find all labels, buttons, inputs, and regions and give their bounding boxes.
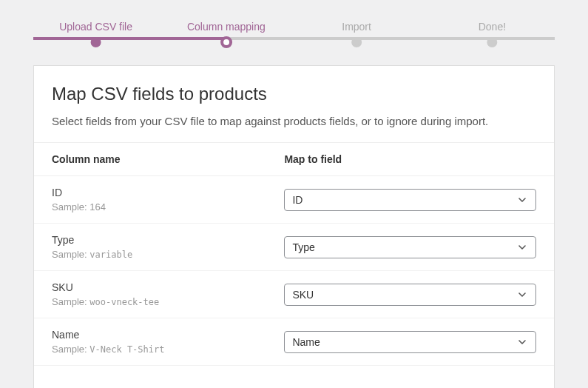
chevron-down-icon [516,289,528,301]
map-select-sku[interactable]: SKU [284,284,536,306]
step-column-mapping[interactable]: Column mapping [187,21,266,47]
table-head: Column name Map to field [34,142,554,176]
step-upload[interactable]: Upload CSV file [59,21,132,46]
step-dot-icon [487,37,497,47]
row-sample: Sample: 164 [52,201,284,213]
row-name: Name [52,329,284,341]
progress-bar: Upload CSV file Column mapping Import Do… [33,21,555,50]
select-value: SKU [292,289,314,301]
header-map-to-field: Map to field [284,153,536,165]
select-value: ID [292,194,303,206]
row-sample: Sample: variable [52,249,284,260]
row-sample: Sample: V-Neck T-Shirt [52,344,284,355]
map-select-id[interactable]: ID [284,189,536,211]
step-dot-icon [91,37,101,47]
row-sample: Sample: woo-vneck-tee [52,296,284,307]
page-subtitle: Select fields from your CSV file to map … [52,115,536,127]
table-row: Name Sample: V-Neck T-Shirt Name [34,318,554,366]
map-select-type[interactable]: Type [284,236,536,258]
step-label: Column mapping [187,21,266,33]
header-column-name: Column name [52,153,284,165]
table-row: ID Sample: 164 ID [34,176,554,224]
map-select-name[interactable]: Name [284,331,536,353]
step-done[interactable]: Done! [479,21,506,46]
step-dot-icon [351,37,362,47]
select-value: Name [292,336,320,348]
mapping-card: Map CSV fields to products Select fields… [33,65,555,388]
step-label: Done! [479,21,506,33]
step-label: Import [342,21,371,33]
row-name: SKU [52,281,284,293]
step-import[interactable]: Import [342,21,371,46]
chevron-down-icon [516,336,528,348]
chevron-down-icon [516,241,528,253]
step-dot-icon [220,36,232,48]
row-name: Type [52,234,284,246]
page-title: Map CSV fields to products [52,84,536,104]
table-row: SKU Sample: woo-vneck-tee SKU [34,271,554,318]
step-label: Upload CSV file [59,21,132,33]
chevron-down-icon [516,194,528,206]
row-name: ID [52,187,284,198]
table-row: Type Sample: variable Type [34,224,554,271]
select-value: Type [292,241,314,253]
